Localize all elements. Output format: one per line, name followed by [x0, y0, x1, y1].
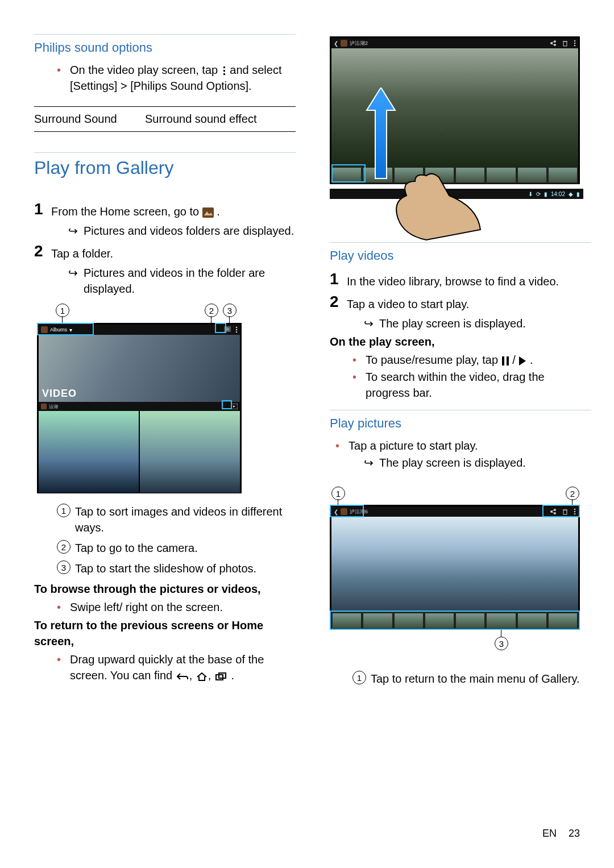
footer-lang: EN [542, 828, 557, 839]
home-icon [196, 671, 208, 682]
bullet-dot-icon: • [335, 438, 339, 454]
svg-point-10 [236, 331, 238, 333]
svg-rect-29 [507, 356, 509, 366]
svg-rect-28 [502, 356, 504, 366]
gallery-step-1: 1 From the Home screen, go to . [34, 200, 296, 219]
svg-marker-27 [367, 88, 395, 178]
svg-marker-30 [519, 356, 526, 366]
step-number: 1 [34, 200, 51, 218]
result-arrow-icon: ↪ [364, 455, 374, 471]
browse-heading: To browse through the pictures or videos… [34, 581, 296, 597]
status-wifi-icon: ◆ [569, 191, 573, 197]
pause-icon [501, 356, 509, 366]
svg-rect-11 [41, 404, 47, 409]
left-column: Philips sound options • On the video pla… [34, 34, 296, 691]
sound-step-bullet: • On the video play screen, tap and sele… [57, 62, 296, 94]
bullet-dot-icon: • [57, 651, 61, 667]
swipe-up-figure: ❮ 泸沽湖2 [330, 36, 580, 235]
picture-callout-1: 1 Tap to return to the main menu of Gall… [352, 671, 591, 687]
status-sync-icon: ⟳ [536, 191, 541, 197]
video-step-2: 2 Tap a video to start play. [330, 293, 591, 312]
video-step-1: 1 In the video library, browse to find a… [330, 270, 591, 289]
picture-result: ↪ The play screen is displayed. [364, 455, 591, 471]
back-icon [176, 671, 189, 682]
svg-rect-2 [223, 73, 225, 75]
video-step-2-result: ↪ The play screen is displayed. [364, 315, 591, 331]
sound-step-text: On the video play screen, tap and select… [70, 62, 296, 94]
callout-3: 3 Tap to start the slideshow of photos. [57, 560, 296, 576]
picture-play-figure: 1 2 ❮ 泸沽湖6 [330, 487, 580, 651]
status-signal-icon: ▮ [544, 191, 547, 197]
status-download-icon: ⬇ [528, 191, 533, 197]
svg-rect-3 [202, 207, 214, 218]
svg-point-25 [574, 43, 576, 44]
gallery-step-1-result: ↪ Pictures and videos folders are displa… [68, 223, 296, 239]
hand-icon [392, 173, 483, 241]
callout-2: 2 Tap to go to the camera. [57, 540, 296, 556]
return-heading: To return to the previous screens or Hom… [34, 617, 296, 649]
bullet-dot-icon: • [57, 62, 61, 78]
play-pictures-heading: Play pictures [330, 410, 591, 431]
on-play-bullet-1: • To pause/resume play, tap / . [352, 352, 591, 368]
gallery-figure: 1 2 3 Albums ▾ [34, 304, 244, 497]
svg-point-8 [236, 327, 238, 329]
svg-marker-13 [233, 405, 235, 408]
gallery-app-icon [202, 207, 214, 218]
on-play-screen-heading: On the play screen, [330, 334, 591, 350]
result-arrow-icon: ↪ [364, 315, 374, 331]
bullet-dot-icon: • [352, 352, 356, 368]
on-play-bullet-2: • To search within the video, drag the p… [352, 369, 591, 401]
play-from-gallery-heading: Play from Gallery [34, 152, 296, 178]
gallery-step-2: 2 Tap a folder. [34, 242, 296, 261]
svg-rect-22 [563, 41, 567, 46]
gallery-step-2-result: ↪ Pictures and videos in the folder are … [68, 265, 296, 297]
overflow-menu-icon [235, 326, 238, 333]
delete-icon [562, 40, 568, 47]
bullet-dot-icon: • [352, 369, 356, 385]
result-arrow-icon: ↪ [68, 223, 78, 239]
bullet-dot-icon: • [57, 599, 61, 615]
play-videos-heading: Play videos [330, 242, 591, 263]
sound-table-row: Surround Sound Surround sound effect [34, 110, 296, 128]
callout-1: 1 Tap to sort images and videos in diffe… [57, 504, 296, 535]
philips-sound-options-heading: Philips sound options [34, 34, 296, 55]
overflow-menu-icon [574, 40, 576, 47]
status-time: 14:02 [551, 191, 565, 197]
sound-table-cell-desc: Surround sound effect [145, 113, 296, 126]
share-icon [550, 40, 557, 47]
svg-rect-1 [223, 70, 225, 72]
svg-point-24 [574, 40, 576, 42]
svg-rect-16 [341, 40, 347, 47]
recent-apps-icon [214, 671, 228, 682]
play-icon [518, 356, 526, 366]
svg-point-26 [574, 45, 576, 47]
result-arrow-icon: ↪ [68, 265, 78, 281]
svg-point-9 [236, 329, 238, 331]
svg-rect-0 [223, 67, 225, 68]
footer-page: 23 [569, 828, 580, 839]
picture-bullet: • Tap a picture to start play. [335, 438, 591, 454]
step-number: 2 [34, 242, 51, 260]
status-battery-icon: ▮ [576, 191, 580, 197]
overflow-menu-icon [221, 66, 227, 76]
page-footer: EN 23 [542, 828, 580, 840]
return-bullet: • Drag upward quickly at the base of the… [57, 651, 296, 683]
browse-bullet: • Swipe left/ right on the screen. [57, 599, 296, 615]
sound-table-cell-name: Surround Sound [34, 113, 145, 126]
right-column: ❮ 泸沽湖2 [330, 34, 591, 691]
